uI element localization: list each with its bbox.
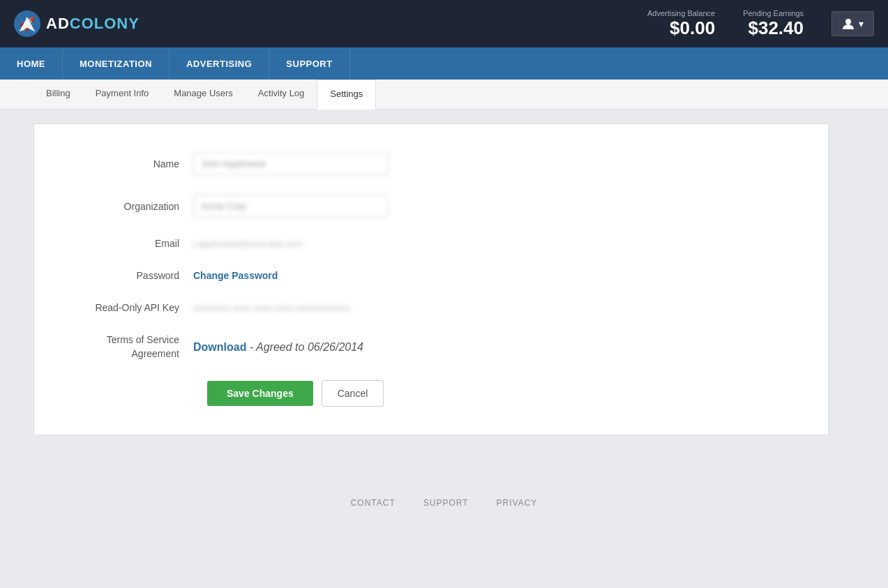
footer-contact[interactable]: CONTACT <box>351 498 396 508</box>
tab-manage-users[interactable]: Manage Users <box>161 80 246 109</box>
change-password-link[interactable]: Change Password <box>193 270 278 281</box>
footer-support[interactable]: SUPPORT <box>423 498 469 508</box>
advertising-balance-label: Advertising Balance <box>647 9 715 17</box>
advertising-balance-value: $0.00 <box>647 17 715 39</box>
footer: CONTACT SUPPORT PRIVACY <box>0 477 888 529</box>
cancel-button[interactable]: Cancel <box>322 380 384 407</box>
tos-agreed-text: - Agreed to 06/26/2014 <box>250 341 363 353</box>
main-content: Name Organization Email j.appleseed@exam… <box>0 110 888 463</box>
organization-input[interactable] <box>193 195 389 218</box>
tos-download-link[interactable]: Download <box>193 341 246 353</box>
advertising-balance: Advertising Balance $0.00 <box>647 9 715 39</box>
api-key-value-wrapper: xxxxxxxx-xxxx-xxxx-xxxx-xxxxxxxxxxxx <box>193 301 795 314</box>
footer-privacy[interactable]: PRIVACY <box>497 498 538 508</box>
sub-tabs: Billing Payment Info Manage Users Activi… <box>0 80 888 110</box>
logo-colony: COLONY <box>70 15 140 32</box>
tos-row: Terms of Service Agreement Download - Ag… <box>68 333 795 361</box>
nav-bar: HOME MONETIZATION ADVERTISING SUPPORT <box>0 47 888 80</box>
name-input[interactable] <box>193 152 389 175</box>
tab-payment-info[interactable]: Payment Info <box>83 80 162 109</box>
nav-advertising[interactable]: ADVERTISING <box>170 47 269 80</box>
name-row: Name <box>68 152 795 175</box>
logo-ad: AD <box>46 15 70 32</box>
logo: 🚀 ADCOLONY <box>14 10 140 37</box>
api-key-label: Read-Only API Key <box>68 302 193 313</box>
logo-text: ADCOLONY <box>46 15 140 33</box>
password-row: Password Change Password <box>68 269 795 282</box>
email-label: Email <box>68 238 193 249</box>
name-label: Name <box>68 158 193 169</box>
tab-settings[interactable]: Settings <box>317 80 376 110</box>
header-right: Advertising Balance $0.00 Pending Earnin… <box>647 9 874 39</box>
tos-label: Terms of Service Agreement <box>68 333 193 361</box>
api-key-row: Read-Only API Key xxxxxxxx-xxxx-xxxx-xxx… <box>68 301 795 314</box>
nav-monetization[interactable]: MONETIZATION <box>63 47 170 80</box>
save-changes-button[interactable]: Save Changes <box>207 381 313 406</box>
user-dropdown-arrow: ▾ <box>859 18 864 29</box>
tab-billing[interactable]: Billing <box>33 80 83 109</box>
email-row: Email j.appleseed@example.com <box>68 237 795 250</box>
settings-card: Name Organization Email j.appleseed@exam… <box>33 123 829 435</box>
password-field-wrapper: Change Password <box>193 269 795 282</box>
organization-row: Organization <box>68 195 795 218</box>
tos-value-wrapper: Download - Agreed to 06/26/2014 <box>193 341 795 354</box>
tab-activity-log[interactable]: Activity Log <box>246 80 317 109</box>
top-header: 🚀 ADCOLONY Advertising Balance $0.00 Pen… <box>0 0 888 47</box>
balance-section: Advertising Balance $0.00 Pending Earnin… <box>647 9 804 39</box>
name-field-wrapper <box>193 152 795 175</box>
organization-label: Organization <box>68 201 193 212</box>
pending-earnings: Pending Earnings $32.40 <box>743 9 804 39</box>
nav-support[interactable]: SUPPORT <box>269 47 349 80</box>
logo-icon: 🚀 <box>14 10 40 37</box>
pending-earnings-value: $32.40 <box>743 17 804 39</box>
organization-field-wrapper <box>193 195 795 218</box>
email-value: j.appleseed@example.com <box>193 239 303 249</box>
form-actions: Save Changes Cancel <box>68 380 795 407</box>
nav-home[interactable]: HOME <box>0 47 63 80</box>
user-icon <box>842 17 855 30</box>
user-menu-button[interactable]: ▾ <box>831 11 874 36</box>
pending-earnings-label: Pending Earnings <box>743 9 804 17</box>
email-value-wrapper: j.appleseed@example.com <box>193 237 795 250</box>
svg-point-2 <box>845 19 851 24</box>
password-label: Password <box>68 270 193 281</box>
api-key-value: xxxxxxxx-xxxx-xxxx-xxxx-xxxxxxxxxxxx <box>193 303 350 313</box>
